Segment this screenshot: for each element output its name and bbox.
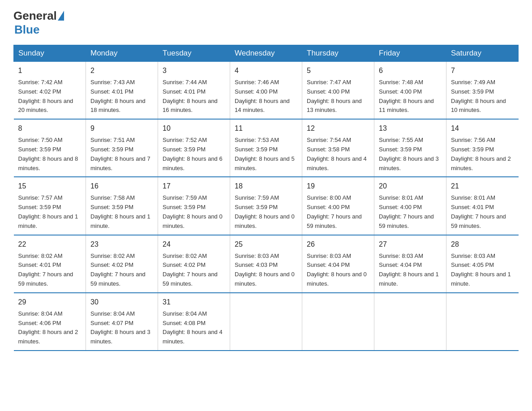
column-header-thursday: Thursday — [302, 45, 374, 62]
day-info: Sunrise: 7:47 AMSunset: 4:00 PMDaylight:… — [307, 78, 369, 115]
calendar-cell: 25Sunrise: 8:03 AMSunset: 4:03 PMDayligh… — [230, 235, 302, 293]
calendar-cell: 24Sunrise: 8:02 AMSunset: 4:02 PMDayligh… — [158, 235, 230, 293]
logo: General Blue — [13, 9, 64, 37]
day-info: Sunrise: 8:00 AMSunset: 4:00 PMDaylight:… — [307, 193, 369, 231]
day-number: 17 — [163, 181, 225, 192]
day-info: Sunrise: 7:53 AMSunset: 3:59 PMDaylight:… — [235, 136, 297, 173]
column-header-saturday: Saturday — [446, 45, 519, 62]
calendar-cell: 17Sunrise: 7:59 AMSunset: 3:59 PMDayligh… — [158, 177, 230, 235]
day-info: Sunrise: 8:04 AMSunset: 4:06 PMDaylight:… — [18, 309, 82, 347]
column-header-friday: Friday — [374, 45, 446, 62]
page-header: General Blue — [13, 9, 519, 37]
column-header-sunday: Sunday — [14, 45, 86, 62]
calendar-cell — [374, 293, 446, 351]
calendar-cell: 13Sunrise: 7:55 AMSunset: 3:59 PMDayligh… — [374, 119, 446, 177]
calendar-cell — [302, 293, 374, 351]
calendar-cell: 19Sunrise: 8:00 AMSunset: 4:00 PMDayligh… — [302, 177, 374, 235]
day-number: 5 — [307, 65, 369, 76]
week-row-4: 22Sunrise: 8:02 AMSunset: 4:01 PMDayligh… — [14, 235, 519, 293]
day-number: 27 — [379, 239, 442, 250]
day-number: 2 — [90, 65, 153, 76]
calendar-cell: 11Sunrise: 7:53 AMSunset: 3:59 PMDayligh… — [230, 119, 302, 177]
day-info: Sunrise: 8:02 AMSunset: 4:01 PMDaylight:… — [18, 252, 82, 289]
day-number: 11 — [235, 123, 297, 134]
calendar-cell: 1Sunrise: 7:42 AMSunset: 4:02 PMDaylight… — [14, 62, 86, 120]
calendar-cell: 31Sunrise: 8:04 AMSunset: 4:08 PMDayligh… — [158, 293, 230, 351]
day-info: Sunrise: 7:42 AMSunset: 4:02 PMDaylight:… — [18, 78, 82, 115]
day-number: 16 — [90, 181, 153, 192]
day-info: Sunrise: 7:43 AMSunset: 4:01 PMDaylight:… — [90, 78, 153, 115]
day-number: 9 — [90, 123, 153, 134]
calendar-cell: 22Sunrise: 8:02 AMSunset: 4:01 PMDayligh… — [14, 235, 86, 293]
column-header-tuesday: Tuesday — [158, 45, 230, 62]
day-number: 1 — [18, 65, 82, 76]
day-number: 28 — [451, 239, 514, 250]
day-number: 24 — [163, 239, 225, 250]
day-info: Sunrise: 7:58 AMSunset: 3:59 PMDaylight:… — [90, 193, 153, 231]
day-number: 4 — [235, 65, 297, 76]
logo-triangle-icon — [58, 11, 64, 21]
calendar-cell: 9Sunrise: 7:51 AMSunset: 3:59 PMDaylight… — [86, 119, 158, 177]
day-number: 31 — [163, 297, 225, 308]
day-info: Sunrise: 7:44 AMSunset: 4:01 PMDaylight:… — [163, 78, 225, 115]
week-row-2: 8Sunrise: 7:50 AMSunset: 3:59 PMDaylight… — [14, 119, 519, 177]
calendar-cell: 4Sunrise: 7:46 AMSunset: 4:00 PMDaylight… — [230, 62, 302, 120]
calendar-table: SundayMondayTuesdayWednesdayThursdayFrid… — [13, 45, 519, 351]
day-info: Sunrise: 7:51 AMSunset: 3:59 PMDaylight:… — [90, 136, 153, 173]
day-number: 30 — [90, 297, 153, 308]
day-number: 18 — [235, 181, 297, 192]
header-row: SundayMondayTuesdayWednesdayThursdayFrid… — [14, 45, 519, 62]
day-number: 20 — [379, 181, 442, 192]
day-number: 6 — [379, 65, 442, 76]
day-number: 29 — [18, 297, 82, 308]
day-info: Sunrise: 8:02 AMSunset: 4:02 PMDaylight:… — [90, 252, 153, 289]
calendar-cell: 27Sunrise: 8:03 AMSunset: 4:04 PMDayligh… — [374, 235, 446, 293]
calendar-cell: 8Sunrise: 7:50 AMSunset: 3:59 PMDaylight… — [14, 119, 86, 177]
week-row-3: 15Sunrise: 7:57 AMSunset: 3:59 PMDayligh… — [14, 177, 519, 235]
day-info: Sunrise: 7:55 AMSunset: 3:59 PMDaylight:… — [379, 136, 442, 173]
logo-general-text: General — [13, 9, 57, 23]
column-header-monday: Monday — [86, 45, 158, 62]
day-info: Sunrise: 7:52 AMSunset: 3:59 PMDaylight:… — [163, 136, 225, 173]
calendar-cell: 5Sunrise: 7:47 AMSunset: 4:00 PMDaylight… — [302, 62, 374, 120]
column-header-wednesday: Wednesday — [230, 45, 302, 62]
calendar-cell: 2Sunrise: 7:43 AMSunset: 4:01 PMDaylight… — [86, 62, 158, 120]
calendar-cell: 16Sunrise: 7:58 AMSunset: 3:59 PMDayligh… — [86, 177, 158, 235]
day-number: 21 — [451, 181, 514, 192]
day-info: Sunrise: 7:54 AMSunset: 3:58 PMDaylight:… — [307, 136, 369, 173]
day-info: Sunrise: 7:59 AMSunset: 3:59 PMDaylight:… — [163, 193, 225, 231]
day-info: Sunrise: 7:59 AMSunset: 3:59 PMDaylight:… — [235, 193, 297, 231]
calendar-cell: 7Sunrise: 7:49 AMSunset: 3:59 PMDaylight… — [446, 62, 519, 120]
calendar-cell: 6Sunrise: 7:48 AMSunset: 4:00 PMDaylight… — [374, 62, 446, 120]
day-number: 3 — [163, 65, 225, 76]
day-number: 8 — [18, 123, 82, 134]
day-number: 13 — [379, 123, 442, 134]
day-number: 15 — [18, 181, 82, 192]
calendar-cell — [446, 293, 519, 351]
day-info: Sunrise: 8:01 AMSunset: 4:00 PMDaylight:… — [379, 193, 442, 231]
logo-blue-text: Blue — [14, 23, 39, 37]
day-info: Sunrise: 7:49 AMSunset: 3:59 PMDaylight:… — [451, 78, 514, 115]
day-info: Sunrise: 8:03 AMSunset: 4:04 PMDaylight:… — [307, 252, 369, 289]
day-number: 7 — [451, 65, 514, 76]
calendar-cell: 29Sunrise: 8:04 AMSunset: 4:06 PMDayligh… — [14, 293, 86, 351]
day-info: Sunrise: 7:56 AMSunset: 3:59 PMDaylight:… — [451, 136, 514, 173]
day-info: Sunrise: 7:57 AMSunset: 3:59 PMDaylight:… — [18, 193, 82, 231]
day-info: Sunrise: 8:03 AMSunset: 4:04 PMDaylight:… — [379, 252, 442, 289]
calendar-cell: 3Sunrise: 7:44 AMSunset: 4:01 PMDaylight… — [158, 62, 230, 120]
day-info: Sunrise: 7:48 AMSunset: 4:00 PMDaylight:… — [379, 78, 442, 115]
calendar-cell: 21Sunrise: 8:01 AMSunset: 4:01 PMDayligh… — [446, 177, 519, 235]
day-number: 19 — [307, 181, 369, 192]
day-number: 22 — [18, 239, 82, 250]
day-number: 25 — [235, 239, 297, 250]
day-number: 10 — [163, 123, 225, 134]
day-info: Sunrise: 7:46 AMSunset: 4:00 PMDaylight:… — [235, 78, 297, 115]
day-info: Sunrise: 8:04 AMSunset: 4:08 PMDaylight:… — [163, 309, 225, 347]
calendar-cell: 18Sunrise: 7:59 AMSunset: 3:59 PMDayligh… — [230, 177, 302, 235]
day-number: 23 — [90, 239, 153, 250]
week-row-5: 29Sunrise: 8:04 AMSunset: 4:06 PMDayligh… — [14, 293, 519, 351]
calendar-cell: 14Sunrise: 7:56 AMSunset: 3:59 PMDayligh… — [446, 119, 519, 177]
day-info: Sunrise: 8:03 AMSunset: 4:05 PMDaylight:… — [451, 252, 514, 289]
day-number: 26 — [307, 239, 369, 250]
day-info: Sunrise: 7:50 AMSunset: 3:59 PMDaylight:… — [18, 136, 82, 173]
